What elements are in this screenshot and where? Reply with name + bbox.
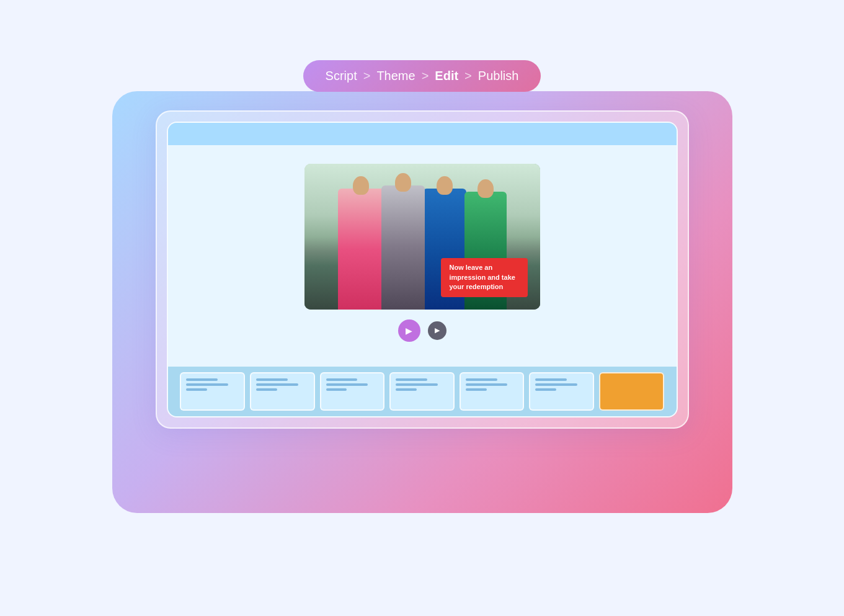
breadcrumb-theme[interactable]: Theme (376, 69, 415, 83)
subtitle-overlay: Now leave an impression and take your re… (441, 258, 528, 297)
page-wrapper: Script > Theme > Edit > Publish (81, 54, 763, 563)
thumbnail-1[interactable] (180, 372, 245, 411)
thumb-line (535, 388, 556, 391)
thumb-line (466, 378, 497, 381)
thumbnail-6[interactable] (529, 372, 594, 411)
breadcrumb-script[interactable]: Script (326, 69, 357, 83)
monitor-content: Now leave an impression and take your re… (168, 145, 677, 367)
play-button-secondary[interactable]: ▶ (428, 321, 446, 340)
thumb-line (186, 388, 207, 391)
thumb-line (396, 378, 427, 381)
thumbnail-7-last[interactable] (599, 372, 664, 411)
thumb-line (396, 388, 417, 391)
thumb-line (186, 383, 228, 386)
thumbnail-4[interactable] (389, 372, 455, 411)
separator-2: > (422, 69, 429, 83)
play-icon-main: ▶ (406, 326, 412, 336)
video-preview: Now leave an impression and take your re… (304, 164, 540, 310)
breadcrumb-publish[interactable]: Publish (478, 69, 519, 83)
thumbnail-2[interactable] (250, 372, 315, 411)
thumbnail-5[interactable] (460, 372, 525, 411)
thumb-line (535, 383, 577, 386)
thumbnail-strip (168, 367, 677, 416)
monitor: Now leave an impression and take your re… (156, 110, 689, 429)
thumb-line (535, 378, 567, 381)
thumb-line (256, 388, 277, 391)
breadcrumb: Script > Theme > Edit > Publish (303, 60, 541, 92)
thumb-line (326, 378, 358, 381)
monitor-inner: Now leave an impression and take your re… (167, 122, 678, 417)
subtitle-text: Now leave an impression and take your re… (450, 264, 515, 290)
figure-2 (381, 185, 425, 310)
play-icon-secondary: ▶ (435, 326, 440, 334)
monitor-topbar (168, 123, 677, 145)
thumb-line (326, 388, 347, 391)
thumb-line (466, 388, 487, 391)
thumb-line (186, 378, 218, 381)
playback-controls: ▶ ▶ (398, 310, 446, 354)
thumb-line (256, 383, 298, 386)
thumb-line (326, 383, 368, 386)
thumbnail-3[interactable] (320, 372, 385, 411)
breadcrumb-edit[interactable]: Edit (435, 69, 458, 83)
figure-1 (338, 189, 384, 310)
separator-1: > (363, 69, 371, 83)
thumb-line (466, 383, 508, 386)
thumb-line (396, 383, 438, 386)
thumb-line (256, 378, 288, 381)
separator-3: > (464, 69, 472, 83)
play-button-main[interactable]: ▶ (398, 319, 420, 342)
